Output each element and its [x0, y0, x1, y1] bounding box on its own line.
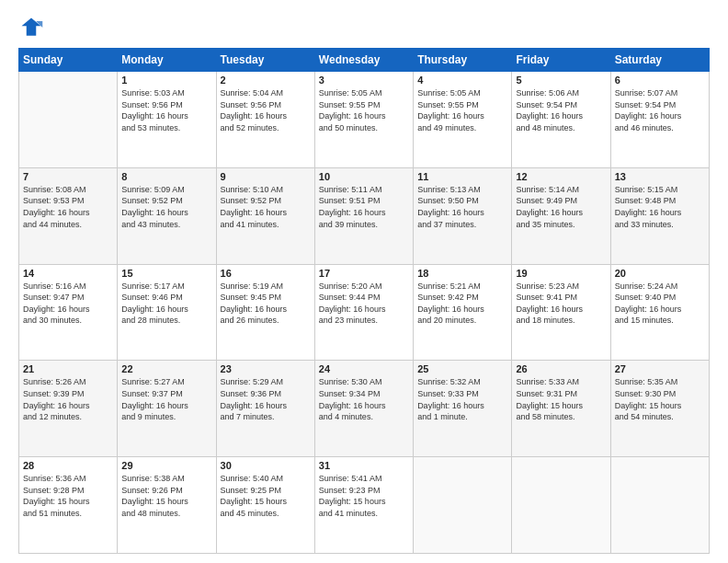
calendar-cell: 9Sunrise: 5:10 AM Sunset: 9:52 PM Daylig…	[216, 167, 314, 264]
day-info: Sunrise: 5:14 AM Sunset: 9:49 PM Dayligh…	[516, 184, 606, 230]
day-number: 23	[221, 363, 311, 374]
calendar-day-header: Saturday	[610, 49, 709, 72]
day-number: 18	[417, 268, 507, 279]
calendar-cell: 23Sunrise: 5:29 AM Sunset: 9:36 PM Dayli…	[216, 361, 314, 457]
day-number: 14	[23, 268, 113, 279]
day-number: 11	[417, 171, 507, 182]
day-info: Sunrise: 5:40 AM Sunset: 9:25 PM Dayligh…	[221, 473, 311, 519]
day-number: 16	[221, 268, 311, 279]
day-number: 28	[23, 460, 113, 471]
day-number: 30	[221, 460, 311, 471]
calendar-cell: 7Sunrise: 5:08 AM Sunset: 9:53 PM Daylig…	[19, 167, 118, 264]
day-number: 8	[121, 171, 211, 182]
calendar-week-row: 14Sunrise: 5:16 AM Sunset: 9:47 PM Dayli…	[19, 264, 710, 361]
calendar-cell: 4Sunrise: 5:05 AM Sunset: 9:55 PM Daylig…	[414, 72, 512, 168]
day-number: 4	[417, 75, 507, 86]
svg-marker-0	[22, 18, 41, 36]
day-number: 27	[615, 363, 705, 374]
day-number: 21	[23, 363, 113, 374]
calendar-cell	[19, 72, 118, 168]
calendar-cell: 29Sunrise: 5:38 AM Sunset: 9:26 PM Dayli…	[118, 457, 216, 554]
day-number: 15	[121, 268, 211, 279]
day-number: 31	[319, 460, 409, 471]
day-number: 20	[615, 268, 705, 279]
day-info: Sunrise: 5:08 AM Sunset: 9:53 PM Dayligh…	[23, 184, 113, 230]
calendar-cell: 11Sunrise: 5:13 AM Sunset: 9:50 PM Dayli…	[414, 167, 512, 264]
logo	[18, 15, 48, 40]
calendar-day-header: Monday	[118, 49, 216, 72]
day-info: Sunrise: 5:06 AM Sunset: 9:54 PM Dayligh…	[516, 87, 606, 133]
day-info: Sunrise: 5:11 AM Sunset: 9:51 PM Dayligh…	[319, 184, 409, 230]
day-info: Sunrise: 5:13 AM Sunset: 9:50 PM Dayligh…	[417, 184, 507, 230]
calendar-cell	[512, 457, 610, 554]
calendar-week-row: 7Sunrise: 5:08 AM Sunset: 9:53 PM Daylig…	[19, 167, 710, 264]
day-info: Sunrise: 5:26 AM Sunset: 9:39 PM Dayligh…	[23, 376, 113, 422]
calendar-cell: 25Sunrise: 5:32 AM Sunset: 9:33 PM Dayli…	[414, 361, 512, 457]
day-info: Sunrise: 5:09 AM Sunset: 9:52 PM Dayligh…	[121, 184, 211, 230]
calendar-cell: 10Sunrise: 5:11 AM Sunset: 9:51 PM Dayli…	[314, 167, 413, 264]
calendar-cell: 5Sunrise: 5:06 AM Sunset: 9:54 PM Daylig…	[512, 72, 610, 168]
calendar-cell: 6Sunrise: 5:07 AM Sunset: 9:54 PM Daylig…	[610, 72, 709, 168]
calendar-cell	[414, 457, 512, 554]
calendar-cell: 2Sunrise: 5:04 AM Sunset: 9:56 PM Daylig…	[216, 72, 314, 168]
day-info: Sunrise: 5:15 AM Sunset: 9:48 PM Dayligh…	[615, 184, 705, 230]
day-number: 26	[516, 363, 606, 374]
day-info: Sunrise: 5:32 AM Sunset: 9:33 PM Dayligh…	[417, 376, 507, 422]
day-info: Sunrise: 5:35 AM Sunset: 9:30 PM Dayligh…	[615, 376, 705, 422]
calendar-day-header: Friday	[512, 49, 610, 72]
calendar-week-row: 21Sunrise: 5:26 AM Sunset: 9:39 PM Dayli…	[19, 361, 710, 457]
day-info: Sunrise: 5:23 AM Sunset: 9:41 PM Dayligh…	[516, 281, 606, 327]
day-number: 3	[319, 75, 409, 86]
calendar-cell: 19Sunrise: 5:23 AM Sunset: 9:41 PM Dayli…	[512, 264, 610, 361]
day-info: Sunrise: 5:07 AM Sunset: 9:54 PM Dayligh…	[615, 87, 705, 133]
day-info: Sunrise: 5:36 AM Sunset: 9:28 PM Dayligh…	[23, 473, 113, 519]
header	[18, 15, 710, 40]
calendar-cell: 12Sunrise: 5:14 AM Sunset: 9:49 PM Dayli…	[512, 167, 610, 264]
calendar-week-row: 28Sunrise: 5:36 AM Sunset: 9:28 PM Dayli…	[19, 457, 710, 554]
calendar-cell: 15Sunrise: 5:17 AM Sunset: 9:46 PM Dayli…	[118, 264, 216, 361]
day-info: Sunrise: 5:30 AM Sunset: 9:34 PM Dayligh…	[319, 376, 409, 422]
calendar-day-header: Thursday	[414, 49, 512, 72]
day-info: Sunrise: 5:21 AM Sunset: 9:42 PM Dayligh…	[417, 281, 507, 327]
day-number: 10	[319, 171, 409, 182]
day-number: 9	[221, 171, 311, 182]
calendar-cell: 22Sunrise: 5:27 AM Sunset: 9:37 PM Dayli…	[118, 361, 216, 457]
day-info: Sunrise: 5:33 AM Sunset: 9:31 PM Dayligh…	[516, 376, 606, 422]
day-info: Sunrise: 5:29 AM Sunset: 9:36 PM Dayligh…	[221, 376, 311, 422]
day-number: 13	[615, 171, 705, 182]
logo-icon	[18, 15, 44, 40]
day-number: 25	[417, 363, 507, 374]
page: SundayMondayTuesdayWednesdayThursdayFrid…	[0, 0, 728, 563]
calendar-cell: 14Sunrise: 5:16 AM Sunset: 9:47 PM Dayli…	[19, 264, 118, 361]
calendar-day-header: Wednesday	[314, 49, 413, 72]
calendar-cell: 24Sunrise: 5:30 AM Sunset: 9:34 PM Dayli…	[314, 361, 413, 457]
calendar-cell: 13Sunrise: 5:15 AM Sunset: 9:48 PM Dayli…	[610, 167, 709, 264]
day-number: 24	[319, 363, 409, 374]
calendar-day-header: Tuesday	[216, 49, 314, 72]
day-info: Sunrise: 5:17 AM Sunset: 9:46 PM Dayligh…	[121, 281, 211, 327]
calendar-cell: 30Sunrise: 5:40 AM Sunset: 9:25 PM Dayli…	[216, 457, 314, 554]
day-info: Sunrise: 5:19 AM Sunset: 9:45 PM Dayligh…	[221, 281, 311, 327]
calendar-cell: 17Sunrise: 5:20 AM Sunset: 9:44 PM Dayli…	[314, 264, 413, 361]
day-number: 17	[319, 268, 409, 279]
calendar-cell: 3Sunrise: 5:05 AM Sunset: 9:55 PM Daylig…	[314, 72, 413, 168]
calendar-cell: 8Sunrise: 5:09 AM Sunset: 9:52 PM Daylig…	[118, 167, 216, 264]
day-number: 22	[121, 363, 211, 374]
calendar-cell: 20Sunrise: 5:24 AM Sunset: 9:40 PM Dayli…	[610, 264, 709, 361]
calendar-cell: 1Sunrise: 5:03 AM Sunset: 9:56 PM Daylig…	[118, 72, 216, 168]
calendar-header-row: SundayMondayTuesdayWednesdayThursdayFrid…	[19, 49, 710, 72]
day-info: Sunrise: 5:10 AM Sunset: 9:52 PM Dayligh…	[221, 184, 311, 230]
day-number: 19	[516, 268, 606, 279]
day-info: Sunrise: 5:27 AM Sunset: 9:37 PM Dayligh…	[121, 376, 211, 422]
day-info: Sunrise: 5:04 AM Sunset: 9:56 PM Dayligh…	[221, 87, 311, 133]
calendar-cell	[610, 457, 709, 554]
calendar-week-row: 1Sunrise: 5:03 AM Sunset: 9:56 PM Daylig…	[19, 72, 710, 168]
calendar-cell: 18Sunrise: 5:21 AM Sunset: 9:42 PM Dayli…	[414, 264, 512, 361]
day-info: Sunrise: 5:20 AM Sunset: 9:44 PM Dayligh…	[319, 281, 409, 327]
day-info: Sunrise: 5:24 AM Sunset: 9:40 PM Dayligh…	[615, 281, 705, 327]
calendar-cell: 16Sunrise: 5:19 AM Sunset: 9:45 PM Dayli…	[216, 264, 314, 361]
day-info: Sunrise: 5:16 AM Sunset: 9:47 PM Dayligh…	[23, 281, 113, 327]
day-number: 5	[516, 75, 606, 86]
calendar-cell: 27Sunrise: 5:35 AM Sunset: 9:30 PM Dayli…	[610, 361, 709, 457]
day-info: Sunrise: 5:03 AM Sunset: 9:56 PM Dayligh…	[121, 87, 211, 133]
